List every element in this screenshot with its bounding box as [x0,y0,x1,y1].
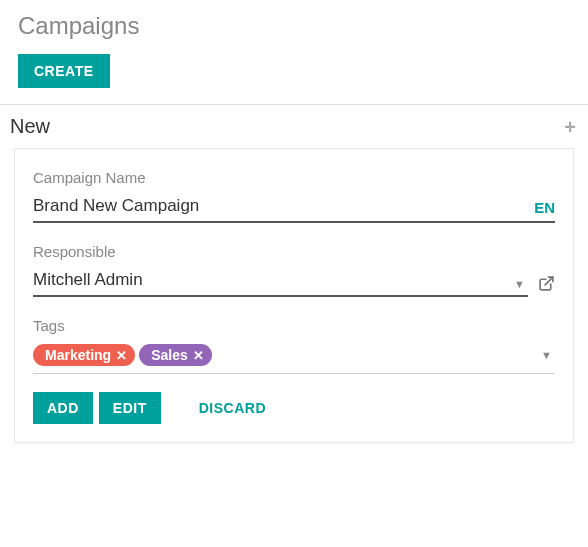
kanban-stage: New + Campaign Name EN Responsible Mitch… [0,105,588,443]
add-button[interactable]: ADD [33,392,93,424]
tags-caret-down-icon: ▼ [538,349,555,361]
tag-label: Sales [151,347,188,363]
stage-title: New [10,115,50,138]
tag: Sales✕ [139,344,212,366]
tags-input[interactable]: Marketing✕Sales✕ ▼ [33,344,555,374]
tag-label: Marketing [45,347,111,363]
tags-field: Tags Marketing✕Sales✕ ▼ [33,317,555,374]
responsible-field: Responsible Mitchell Admin ▼ [33,243,555,297]
campaign-name-label: Campaign Name [33,169,555,186]
campaign-card: Campaign Name EN Responsible Mitchell Ad… [14,148,574,443]
tags-label: Tags [33,317,555,334]
responsible-value: Mitchell Admin [33,270,511,290]
create-button[interactable]: CREATE [18,54,110,88]
page-title: Campaigns [18,12,570,40]
campaign-name-input-wrap: EN [33,196,555,223]
page-header: Campaigns CREATE [0,0,588,104]
external-link-icon[interactable] [538,275,555,297]
tag: Marketing✕ [33,344,135,366]
add-stage-icon[interactable]: + [564,117,576,137]
campaign-name-field: Campaign Name EN [33,169,555,223]
tags-list: Marketing✕Sales✕ [33,344,532,366]
tag-remove-icon[interactable]: ✕ [116,349,127,362]
stage-header: New + [0,115,588,148]
discard-button[interactable]: DISCARD [185,392,280,424]
caret-down-icon: ▼ [511,278,528,290]
responsible-label: Responsible [33,243,555,260]
campaign-name-input[interactable] [33,196,526,216]
svg-line-0 [545,277,553,285]
tag-remove-icon[interactable]: ✕ [193,349,204,362]
card-actions: ADD EDIT DISCARD [33,392,555,424]
edit-button[interactable]: EDIT [99,392,161,424]
language-badge[interactable]: EN [526,199,555,216]
responsible-select[interactable]: Mitchell Admin ▼ [33,270,528,297]
